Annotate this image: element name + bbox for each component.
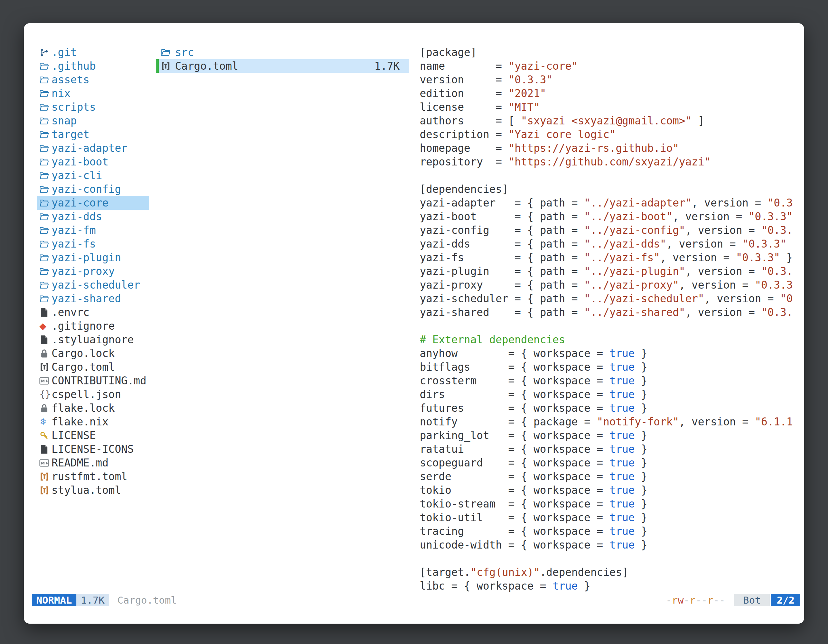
folder-icon [39, 75, 52, 85]
file-item-readme-md[interactable]: README.md [37, 456, 149, 470]
item-label: yazi-adapter [52, 141, 127, 155]
item-label: yazi-shared [52, 292, 121, 306]
file-item-cargo-toml[interactable]: Cargo.toml1.7K [156, 59, 409, 73]
item-label: yazi-proxy [52, 265, 115, 278]
preview-line: tokio = { workspace = true } [420, 483, 801, 497]
scroll-position: Bot [734, 594, 770, 606]
preview-line: unicode-width = { workspace = true } [420, 538, 801, 552]
file-item-contributing-md[interactable]: CONTRIBUTING.md [37, 374, 149, 387]
preview-line: homepage = "https://yazi-rs.github.io" [420, 141, 801, 155]
item-label: yazi-cli [52, 169, 102, 182]
item-label: yazi-plugin [52, 251, 121, 265]
file-item-flake-lock[interactable]: flake.lock [37, 401, 149, 415]
file-item-license-icons[interactable]: LICENSE-ICONS [37, 442, 149, 456]
item-label: yazi-dds [52, 210, 102, 223]
dir-item-yazi-fm[interactable]: yazi-fm [37, 223, 149, 237]
file-item-gitignore[interactable]: ◆.gitignore [37, 319, 149, 333]
folder-icon [39, 61, 52, 71]
dir-item-yazi-shared[interactable]: yazi-shared [37, 292, 149, 306]
folder-icon [39, 185, 52, 194]
status-bar: NORMAL 1.7K Cargo.toml -rw-r--r-- Bot 2/… [32, 594, 800, 606]
preview-line: license = "MIT" [420, 100, 801, 114]
file-item-envrc[interactable]: .envrc [37, 306, 149, 319]
preview-line: tokio-stream = { workspace = true } [420, 497, 801, 511]
item-label: Cargo.lock [52, 346, 115, 360]
dir-item-yazi-dds[interactable]: yazi-dds [37, 210, 149, 223]
item-label: LICENSE [52, 429, 96, 442]
preview-line: bitflags = { workspace = true } [420, 360, 801, 374]
folder-icon [39, 171, 52, 180]
mode-indicator: NORMAL [32, 594, 76, 606]
dir-item-scripts[interactable]: scripts [37, 100, 149, 114]
preview-line: scopeguard = { workspace = true } [420, 456, 801, 470]
dir-item-src[interactable]: src [156, 45, 409, 59]
current-directory-pane: srcCargo.toml1.7K [156, 45, 409, 73]
dir-item-target[interactable]: target [37, 128, 149, 141]
item-label: yazi-config [52, 182, 121, 196]
file-item-cargo-toml[interactable]: Cargo.toml [37, 360, 149, 374]
item-label: yazi-boot [52, 155, 108, 169]
dir-item-snap[interactable]: snap [37, 114, 149, 128]
folder-icon [39, 294, 52, 304]
dir-item-yazi-core[interactable]: yazi-core [37, 196, 149, 210]
preview-line: tracing = { workspace = true } [420, 524, 801, 538]
preview-line: [package] [420, 45, 801, 59]
folder-icon [39, 89, 52, 98]
file-item-cspell-json[interactable]: {}cspell.json [37, 387, 149, 401]
folder-icon [39, 212, 52, 221]
preview-line: version = "0.3.3" [420, 73, 801, 86]
dir-item-nix[interactable]: nix [37, 86, 149, 100]
current-filename: Cargo.toml [118, 594, 177, 606]
dir-item-yazi-boot[interactable]: yazi-boot [37, 155, 149, 169]
preview-line: name = "yazi-core" [420, 59, 801, 73]
item-label: Cargo.toml [175, 59, 238, 73]
preview-line: yazi-adapter = { path = "../yazi-adapter… [420, 196, 801, 210]
dir-item-yazi-fs[interactable]: yazi-fs [37, 237, 149, 251]
toml-icon [161, 61, 175, 71]
key-icon [39, 431, 52, 440]
preview-line [420, 319, 801, 333]
folder-icon [39, 239, 52, 249]
item-label: scripts [52, 100, 96, 114]
file-size: 1.7K [375, 59, 409, 73]
preview-line: crossterm = { workspace = true } [420, 374, 801, 387]
dir-item-yazi-config[interactable]: yazi-config [37, 182, 149, 196]
lock-icon [39, 349, 52, 358]
file-icon [39, 308, 52, 317]
item-label: rustfmt.toml [52, 470, 127, 483]
markdown-icon [39, 458, 52, 468]
preview-line: yazi-config = { path = "../yazi-config",… [420, 223, 801, 237]
dir-item-yazi-proxy[interactable]: yazi-proxy [37, 265, 149, 278]
preview-line: libc = { workspace = true } [420, 579, 801, 593]
parent-directory-pane: .git.githubassetsnixscriptssnaptargetyaz… [37, 45, 149, 497]
file-item-styluaignore[interactable]: .styluaignore [37, 333, 149, 346]
item-label: .styluaignore [52, 333, 134, 346]
toml-icon [39, 472, 52, 481]
item-label: snap [52, 114, 77, 128]
preview-line [420, 552, 801, 566]
markdown-icon [39, 376, 52, 385]
file-item-flake-nix[interactable]: ❄flake.nix [37, 415, 149, 429]
item-label: yazi-fm [52, 223, 96, 237]
item-label: flake.lock [52, 401, 115, 415]
item-label: README.md [52, 456, 108, 470]
folder-icon [39, 130, 52, 139]
dir-item-yazi-plugin[interactable]: yazi-plugin [37, 251, 149, 265]
preview-line: tokio-util = { workspace = true } [420, 511, 801, 524]
file-item-rustfmt-toml[interactable]: rustfmt.toml [37, 470, 149, 483]
git-icon [39, 48, 52, 57]
dir-item-yazi-cli[interactable]: yazi-cli [37, 169, 149, 182]
preview-line: edition = "2021" [420, 86, 801, 100]
dir-item-yazi-adapter[interactable]: yazi-adapter [37, 141, 149, 155]
dir-item-github[interactable]: .github [37, 59, 149, 73]
folder-icon [39, 226, 52, 235]
file-item-cargo-lock[interactable]: Cargo.lock [37, 346, 149, 360]
dir-item-assets[interactable]: assets [37, 73, 149, 86]
file-item-stylua-toml[interactable]: stylua.toml [37, 483, 149, 497]
dir-item-yazi-scheduler[interactable]: yazi-scheduler [37, 278, 149, 292]
preview-line: notify = { package = "notify-fork", vers… [420, 415, 801, 429]
file-item-license[interactable]: LICENSE [37, 429, 149, 442]
file-icon [39, 335, 52, 345]
dir-item-git[interactable]: .git [37, 45, 149, 59]
git-diamond-icon: ◆ [39, 322, 52, 331]
